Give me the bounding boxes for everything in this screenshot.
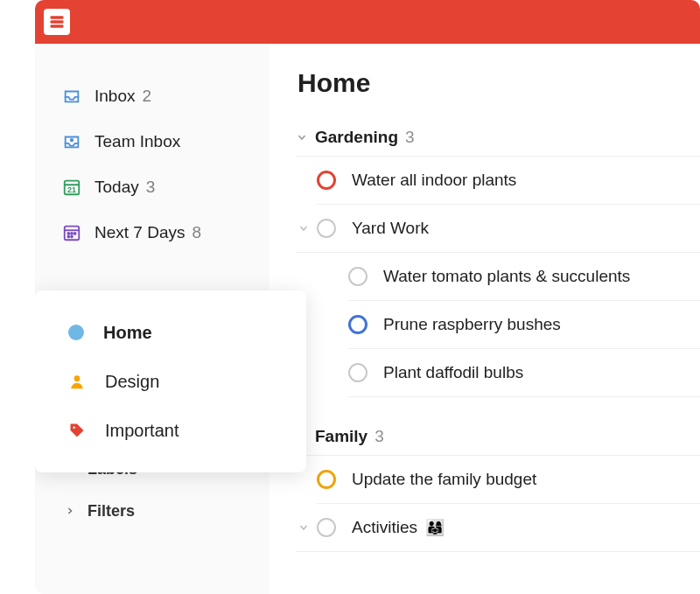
sidebar-item-label: Next 7 Days	[94, 223, 185, 242]
svg-point-3	[71, 139, 73, 141]
app-logo-icon[interactable]	[44, 9, 70, 35]
task-checkbox[interactable]	[348, 267, 368, 286]
project-item-design[interactable]: Design	[35, 357, 306, 406]
sidebar-item-count: 8	[192, 223, 201, 242]
sidebar-group-label: Filters	[88, 502, 135, 521]
inbox-icon	[61, 86, 82, 107]
svg-rect-0	[51, 16, 64, 18]
svg-point-8	[67, 233, 69, 234]
section-header-gardening[interactable]: Gardening 3	[296, 115, 700, 157]
app-window: Inbox 2 Team Inbox 21 Today 3	[35, 0, 700, 594]
task-checkbox[interactable]	[317, 470, 336, 489]
section-count: 3	[405, 128, 415, 147]
sidebar: Inbox 2 Team Inbox 21 Today 3	[35, 44, 270, 594]
chevron-right-icon	[65, 506, 75, 516]
task-title: Yard Work	[352, 219, 429, 238]
svg-point-9	[71, 233, 73, 234]
task-title: Water tomato plants & succulents	[383, 267, 630, 286]
sidebar-group-filters[interactable]: Filters	[35, 490, 270, 532]
task-row[interactable]: Update the family budget	[317, 456, 700, 504]
team-inbox-icon	[61, 131, 82, 152]
section-header-family[interactable]: Family 3	[296, 415, 700, 456]
task-title: Prune raspberry bushes	[383, 315, 561, 334]
project-item-important[interactable]: Important	[35, 406, 306, 455]
project-color-dot	[68, 325, 84, 340]
sidebar-item-team-inbox[interactable]: Team Inbox	[35, 119, 270, 164]
sidebar-item-count: 2	[142, 87, 151, 106]
task-checkbox[interactable]	[317, 171, 336, 190]
task-title: Update the family budget	[352, 470, 536, 489]
svg-rect-2	[51, 24, 64, 27]
task-row-parent[interactable]: Yard Work	[296, 205, 700, 253]
svg-point-14	[73, 426, 75, 429]
today-icon: 21	[61, 177, 82, 198]
task-title: Plant daffodil bulbs	[383, 363, 523, 382]
svg-rect-1	[51, 20, 64, 23]
task-checkbox[interactable]	[317, 219, 336, 238]
task-title-text: Activities	[352, 518, 417, 536]
today-date: 21	[67, 185, 76, 194]
main-layout: Inbox 2 Team Inbox 21 Today 3	[35, 44, 700, 594]
svg-point-11	[67, 236, 69, 238]
calendar-icon	[61, 222, 82, 243]
tag-icon	[68, 422, 86, 439]
project-label: Design	[105, 372, 159, 392]
task-title: Activities 👨‍👩‍👧	[352, 518, 444, 537]
svg-point-12	[71, 236, 73, 238]
family-emoji-icon: 👨‍👩‍👧	[425, 519, 444, 536]
chevron-down-icon[interactable]	[298, 522, 310, 533]
sidebar-item-today[interactable]: 21 Today 3	[35, 164, 270, 210]
section-count: 3	[374, 427, 384, 446]
sidebar-item-label: Today	[94, 178, 139, 197]
task-checkbox[interactable]	[348, 315, 368, 334]
sidebar-item-label: Inbox	[94, 87, 135, 106]
project-item-home[interactable]: Home	[35, 308, 306, 357]
task-title: Water all indoor plants	[352, 171, 516, 190]
task-row-parent[interactable]: Activities 👨‍👩‍👧	[296, 504, 700, 552]
chevron-down-icon[interactable]	[296, 132, 308, 143]
section-name: Gardening	[315, 128, 398, 147]
task-row[interactable]: Plant daffodil bulbs	[348, 349, 700, 397]
sidebar-item-count: 3	[146, 178, 156, 197]
project-label: Home	[103, 323, 152, 343]
sidebar-item-next7days[interactable]: Next 7 Days 8	[35, 210, 270, 255]
content-pane: Home Gardening 3 Water all indoor plants…	[270, 44, 700, 594]
projects-popover: Home Design Important	[35, 290, 306, 472]
chevron-down-icon[interactable]	[298, 223, 310, 234]
top-bar	[35, 0, 700, 44]
page-title: Home	[298, 68, 700, 98]
task-row[interactable]: Prune raspberry bushes	[348, 301, 700, 349]
task-checkbox[interactable]	[317, 518, 336, 537]
svg-point-10	[74, 233, 76, 234]
person-icon	[68, 373, 86, 390]
task-row[interactable]: Water all indoor plants	[317, 157, 700, 205]
task-checkbox[interactable]	[348, 363, 368, 382]
svg-point-13	[74, 375, 80, 381]
project-label: Important	[105, 421, 178, 441]
sidebar-item-inbox[interactable]: Inbox 2	[35, 73, 270, 119]
sidebar-item-label: Team Inbox	[94, 132, 180, 151]
task-row[interactable]: Water tomato plants & succulents	[348, 253, 700, 301]
section-name: Family	[315, 427, 368, 446]
